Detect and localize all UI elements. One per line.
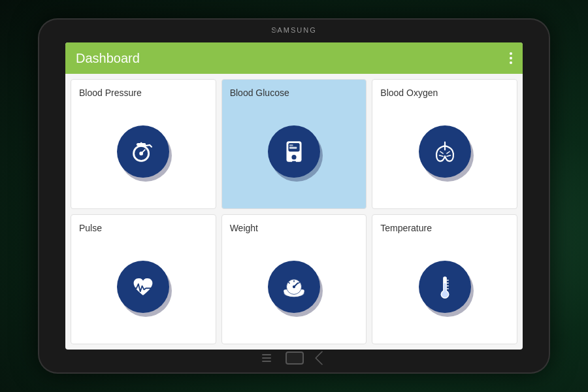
tablet-nav-buttons — [261, 351, 327, 365]
svg-line-11 — [440, 152, 442, 154]
more-options-button[interactable] — [510, 52, 512, 64]
tile-label-pulse: Pulse — [79, 223, 102, 233]
tile-label-blood-glucose: Blood Glucose — [230, 88, 289, 98]
svg-line-4 — [141, 150, 145, 154]
svg-point-7 — [291, 155, 296, 159]
svg-point-27 — [442, 291, 448, 297]
dashboard-grid: Blood Pressure — [65, 74, 523, 350]
svg-line-12 — [439, 155, 443, 155]
tile-icon-wrap-temperature — [380, 236, 509, 344]
tablet-brand-label: SAMSUNG — [271, 26, 317, 34]
screen: Dashboard Blood Pressure — [65, 42, 523, 350]
tile-label-blood-pressure: Blood Pressure — [79, 88, 142, 98]
svg-line-13 — [447, 152, 449, 154]
home-button[interactable] — [286, 351, 304, 365]
tile-temperature[interactable]: Temperature — [372, 214, 517, 344]
tile-icon-wrap-weight — [230, 236, 359, 344]
tile-weight[interactable]: Weight — [221, 214, 367, 344]
svg-rect-9 — [289, 146, 297, 148]
tile-icon-wrap-blood-glucose — [230, 101, 359, 208]
tablet-shell: SAMSUNG Dashboard Blood Pressure — [39, 20, 549, 372]
tile-icon-wrap-blood-oxygen — [380, 101, 509, 208]
tile-label-temperature: Temperature — [380, 223, 432, 233]
tile-blood-pressure[interactable]: Blood Pressure — [71, 79, 216, 209]
weight-icon — [268, 261, 320, 313]
temperature-svg — [430, 272, 460, 302]
svg-rect-10 — [292, 161, 296, 163]
blood-glucose-svg — [279, 137, 309, 167]
app-header: Dashboard — [65, 42, 523, 74]
tile-icon-wrap-pulse — [79, 236, 208, 344]
tile-icon-wrap-blood-pressure — [79, 101, 208, 208]
pulse-icon — [117, 261, 169, 313]
blood-pressure-svg — [128, 137, 158, 167]
tile-label-blood-oxygen: Blood Oxygen — [380, 88, 438, 98]
blood-oxygen-svg — [430, 137, 460, 167]
tile-pulse[interactable]: Pulse — [71, 214, 216, 344]
tile-blood-oxygen[interactable]: Blood Oxygen — [372, 79, 517, 209]
back-button[interactable] — [315, 351, 330, 366]
blood-pressure-icon — [117, 125, 169, 178]
svg-line-14 — [447, 155, 451, 155]
tile-label-weight: Weight — [230, 223, 258, 233]
svg-rect-8 — [289, 144, 293, 146]
camera-dot — [274, 29, 278, 32]
tile-blood-glucose[interactable]: Blood Glucose — [221, 79, 367, 209]
svg-point-23 — [293, 285, 295, 287]
app-title: Dashboard — [76, 51, 140, 66]
weight-svg — [279, 272, 309, 302]
pulse-svg — [128, 272, 158, 302]
temperature-icon — [419, 261, 471, 313]
blood-glucose-icon — [268, 125, 320, 178]
menu-button[interactable] — [261, 354, 272, 362]
blood-oxygen-icon — [419, 125, 471, 178]
